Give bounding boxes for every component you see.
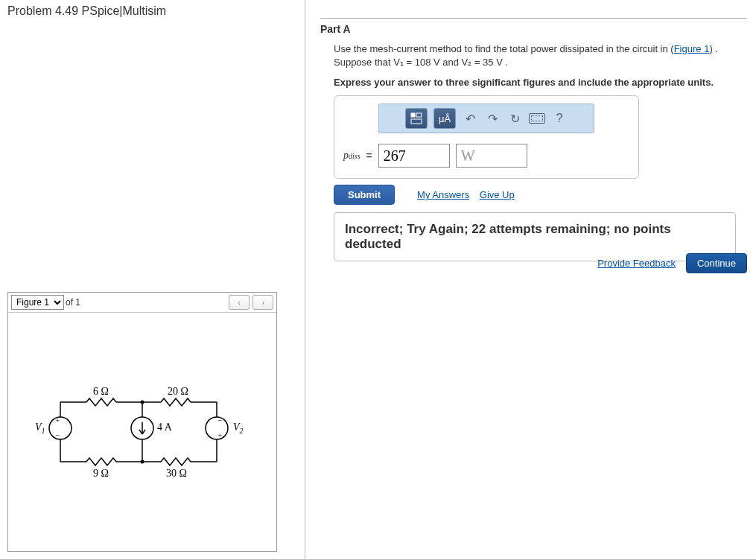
- figure-body: + − − + 6 Ω 20 Ω 9 Ω 30 Ω 4 A V1 V2: [8, 313, 276, 551]
- svg-point-1: [49, 417, 72, 439]
- undo-icon[interactable]: ↶: [462, 110, 478, 127]
- label-i4: 4 A: [157, 421, 172, 433]
- label-r9: 9 Ω: [93, 468, 109, 480]
- svg-rect-10: [416, 113, 422, 117]
- svg-point-4: [141, 460, 144, 464]
- figure-next-button[interactable]: ›: [252, 295, 273, 310]
- equals-sign: =: [366, 150, 372, 162]
- figure-prev-button[interactable]: ‹: [229, 295, 250, 310]
- reset-icon[interactable]: ↻: [506, 110, 523, 127]
- prompt-segment-3: Suppose that V₁ = 108 V and V₂ = 35 V .: [334, 57, 508, 68]
- svg-rect-9: [411, 113, 415, 117]
- svg-rect-11: [411, 119, 422, 124]
- figure-select[interactable]: Figure 1: [11, 295, 64, 310]
- label-r30: 30 Ω: [166, 468, 187, 480]
- submit-row: Submit My Answers Give Up: [334, 185, 747, 205]
- provide-feedback-link[interactable]: Provide Feedback: [597, 258, 676, 269]
- prompt-segment-2: ) .: [709, 43, 718, 54]
- figure-toolbar: Figure 1 of 1 ‹ ›: [8, 293, 276, 313]
- svg-text:+: +: [217, 430, 222, 439]
- left-panel: Problem 4.49 PSpice|Multisim Figure 1 of…: [0, 0, 305, 559]
- svg-text:+: +: [55, 416, 60, 424]
- figure-box: Figure 1 of 1 ‹ ›: [7, 292, 277, 552]
- circuit-diagram: + − − + 6 Ω 20 Ω 9 Ω 30 Ω 4 A V1 V2: [31, 387, 254, 491]
- answer-instruction: Express your answer to three significant…: [334, 77, 747, 88]
- figure-link[interactable]: Figure 1: [674, 43, 710, 54]
- question-text: Use the mesh-current method to find the …: [334, 42, 747, 69]
- my-answers-link[interactable]: My Answers: [417, 189, 469, 200]
- label-r6: 6 Ω: [93, 386, 109, 398]
- right-panel: Part A Use the mesh-current method to fi…: [305, 0, 756, 559]
- prompt-segment-1: Use the mesh-current method to find the …: [334, 43, 674, 54]
- redo-icon[interactable]: ↷: [484, 110, 501, 127]
- svg-text:−: −: [217, 416, 222, 424]
- answer-value-input[interactable]: [378, 144, 450, 168]
- units-button[interactable]: μÅ: [433, 108, 456, 129]
- svg-text:−: −: [55, 430, 60, 439]
- svg-point-3: [141, 401, 144, 404]
- figure-of-label: of 1: [66, 297, 80, 308]
- label-r20: 20 Ω: [168, 386, 188, 398]
- bottom-row: Provide Feedback Continue: [597, 253, 747, 273]
- answer-toolbar: μÅ ↶ ↷ ↻ ?: [378, 104, 594, 133]
- part-header: Part A: [320, 18, 747, 35]
- templates-button[interactable]: [405, 108, 428, 129]
- label-v1: V1: [35, 421, 45, 435]
- give-up-link[interactable]: Give Up: [480, 189, 515, 200]
- answer-links: My Answers Give Up: [417, 189, 522, 200]
- templates-icon: [410, 112, 423, 125]
- continue-button[interactable]: Continue: [686, 253, 747, 273]
- problem-title: Problem 4.49 PSpice|Multisim: [7, 4, 297, 18]
- answer-input-row: pdiss =: [334, 139, 638, 178]
- keyboard-icon[interactable]: [529, 110, 545, 127]
- label-v2: V2: [233, 421, 244, 435]
- help-icon[interactable]: ?: [551, 110, 568, 127]
- submit-button[interactable]: Submit: [334, 185, 395, 205]
- answer-variable-label: pdiss: [343, 150, 360, 162]
- answer-box: μÅ ↶ ↷ ↻ ? pdiss =: [334, 95, 639, 179]
- units-label: μÅ: [439, 113, 451, 124]
- part-label: Part A: [320, 23, 747, 35]
- answer-unit-input[interactable]: [456, 144, 527, 168]
